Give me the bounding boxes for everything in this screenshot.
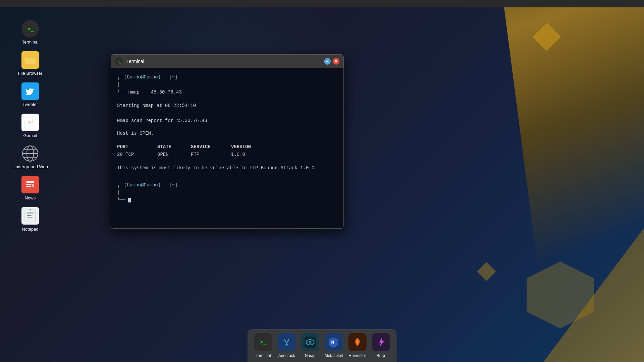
underground-web-label: Underground Web [12, 164, 48, 169]
terminal-body[interactable]: ┌─ (Gumbo@Gumbo) - [~] │ └── nmap -- 45.… [111, 68, 343, 228]
table-row-1: 20 TCP OPEN FTP 1.0.0 [117, 151, 337, 158]
val-version: 1.0.0 [231, 151, 281, 158]
svg-rect-13 [26, 184, 31, 185]
folder-icon [21, 51, 39, 69]
dock-metasploit-label: Metasploit [325, 353, 343, 358]
desktop-icon-notepad[interactable]: Notepad [3, 204, 57, 235]
dock-airocrack-icon [278, 333, 296, 351]
tweeter-icon [21, 82, 39, 100]
svg-rect-19 [27, 214, 34, 214]
svg-rect-12 [26, 181, 34, 183]
output-host-open: Host is OPEN. [117, 130, 337, 137]
svg-text:>_: >_ [28, 26, 34, 32]
terminal-command: nmap -- 45.30.76.43 [128, 88, 182, 96]
notepad-svg [24, 209, 36, 223]
terminal-titlebar[interactable]: >_ Terminal – ✕ [111, 55, 343, 68]
dock-airocrack-svg [281, 337, 292, 348]
svg-rect-18 [27, 212, 34, 213]
tweeter-label: Tweeter [22, 102, 38, 107]
terminal-title-svg: >_ [116, 59, 122, 64]
svg-rect-26 [281, 337, 292, 348]
dock-nmap-label: Nmap [305, 353, 316, 358]
val-port: 20 TCP [117, 151, 157, 158]
prompt-user-2: (Gumbo@Gumbo) - [~] [124, 181, 178, 189]
dock-burp-icon [372, 333, 390, 351]
col-state: STATE [157, 143, 191, 150]
cursor-line: └── [117, 196, 337, 203]
desktop-icon-news[interactable]: News [3, 173, 57, 204]
news-svg [24, 179, 36, 191]
desktop-icons-container: >_ Terminal File Browser Tweeter [0, 10, 60, 242]
val-service: FTP [191, 151, 231, 158]
col-version: VERSION [231, 143, 281, 150]
minimize-button[interactable]: – [324, 58, 331, 65]
prompt-line-2: ┌─ (Gumbo@Gumbo) - [~] [117, 181, 337, 189]
table-header: PORT STATE SERVICE VERSION [117, 143, 337, 150]
news-label: News [25, 195, 36, 200]
terminal-svg: >_ [25, 24, 35, 34]
col-service: SERVICE [191, 143, 231, 150]
notepad-icon [21, 207, 39, 225]
bottom-dock: >_ Terminal Airocrack Nmap [248, 329, 397, 362]
dock-nmap-svg [305, 337, 316, 348]
dock-nmap-icon [301, 333, 319, 351]
svg-rect-14 [26, 186, 31, 187]
svg-text:>_: >_ [117, 60, 121, 64]
gomail-icon [21, 114, 39, 131]
dock-metasploit-icon: M [325, 333, 343, 351]
dock-harvester-label: Harvester [348, 353, 366, 358]
desktop-icon-file-browser[interactable]: File Browser [3, 48, 57, 79]
terminal-title-icon: >_ [115, 57, 123, 65]
file-browser-label: File Browser [18, 71, 42, 76]
window-controls: – ✕ [324, 58, 339, 65]
terminal-window-title: Terminal [126, 59, 321, 64]
svg-rect-5 [33, 119, 36, 126]
terminal-label: Terminal [22, 40, 38, 45]
output-scan-report: Nmap scan report for 45.30.76.43 [117, 117, 337, 124]
notepad-label: Notepad [22, 227, 38, 232]
dock-item-terminal[interactable]: >_ Terminal [254, 333, 272, 358]
terminal-cursor [128, 198, 131, 202]
dock-item-harvester[interactable]: Harvester [348, 333, 366, 358]
svg-point-31 [310, 342, 311, 343]
svg-rect-20 [27, 215, 32, 216]
svg-point-22 [30, 209, 31, 210]
svg-rect-21 [27, 217, 33, 218]
svg-text:>_: >_ [260, 339, 267, 345]
prompt-user-1: (Gumbo@Gumbo) - [~] [124, 73, 178, 81]
dock-terminal-svg: >_ [258, 337, 269, 348]
dock-burp-label: Burp [377, 353, 385, 358]
dock-terminal-icon: >_ [254, 333, 272, 351]
taskbar-top [0, 0, 644, 7]
dock-airocrack-label: Airocrack [278, 353, 295, 358]
dock-harvester-svg [352, 337, 363, 348]
output-vulnerable: This system is most likely to be vulnera… [117, 164, 337, 172]
val-state: OPEN [157, 151, 191, 158]
svg-point-27 [286, 344, 288, 346]
dock-item-burp[interactable]: Burp [372, 333, 390, 358]
svg-rect-4 [25, 119, 28, 126]
dock-item-nmap[interactable]: Nmap [301, 333, 319, 358]
col-port: PORT [117, 143, 157, 150]
dock-item-metasploit[interactable]: M Metasploit [325, 333, 343, 358]
desktop-icon-terminal[interactable]: >_ Terminal [3, 17, 57, 48]
desktop-icon-gomail[interactable]: Gomail [3, 110, 57, 141]
prompt-vert-container-1: │ [117, 81, 337, 88]
web-svg [22, 145, 39, 162]
dock-item-airocrack[interactable]: Airocrack [278, 333, 296, 358]
tweeter-svg [25, 86, 36, 97]
prompt-line-1: ┌─ (Gumbo@Gumbo) - [~] [117, 73, 337, 81]
dock-burp-svg [375, 337, 386, 348]
prompt-vert-container-2: │ [117, 189, 337, 196]
folder-svg [24, 55, 36, 65]
desktop-icon-underground-web[interactable]: Underground Web [3, 141, 57, 173]
output-starting: Starting Nmap at 06:22:54:10 [117, 102, 337, 109]
svg-rect-15 [32, 184, 34, 187]
desktop-icon-tweeter[interactable]: Tweeter [3, 79, 57, 110]
svg-rect-16 [26, 188, 34, 188]
gomail-label: Gomail [23, 133, 37, 138]
svg-text:M: M [331, 340, 334, 345]
close-button[interactable]: ✕ [333, 58, 339, 65]
dock-metasploit-svg: M [328, 337, 339, 348]
news-icon [21, 176, 39, 193]
